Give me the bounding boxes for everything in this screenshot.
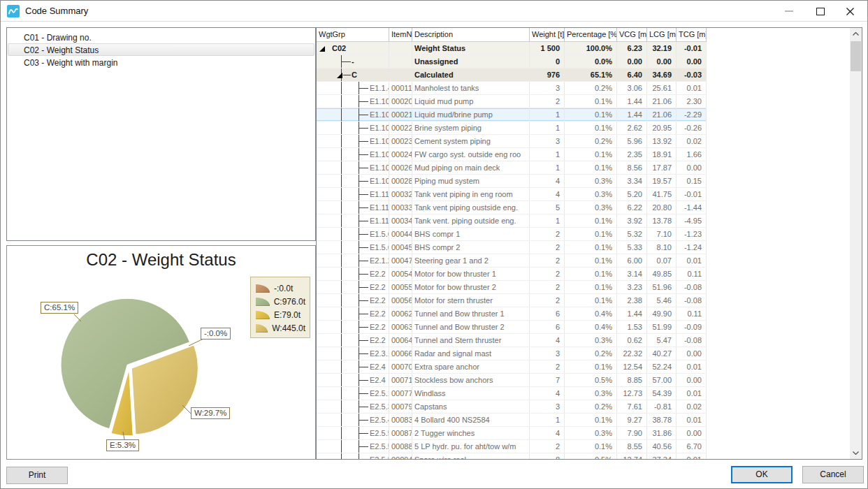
app-logo-icon [7, 5, 20, 17]
tree-line [341, 427, 342, 439]
wgtgrp-label: E2.2 [370, 321, 386, 333]
table-row[interactable]: C02Weight Status1 500100.0%6.2332.19-0.0… [317, 42, 707, 55]
table-row[interactable]: E1.10.400024FW cargo syst. outside eng r… [317, 148, 707, 161]
ok-button[interactable]: OK [731, 466, 793, 483]
lcg-cell: 19.57 [647, 175, 677, 187]
chevron-down-icon [853, 451, 859, 455]
vcg-cell: 0.00 [617, 55, 647, 68]
percentage-cell: 0.2% [565, 135, 617, 147]
wgtgrp-label: E1.11.2 [370, 188, 389, 200]
close-button[interactable] [834, 1, 866, 22]
tree-line [341, 334, 342, 346]
tcg-cell: -0.08 [677, 334, 707, 346]
wgtgrp-label: E2.3.1 [370, 347, 389, 360]
table-row[interactable]: E1.10.100021Liquid mud/brine pump10.1%1.… [317, 108, 707, 122]
scroll-up-button[interactable] [850, 28, 862, 40]
wgtgrp-tree-cell: E1.10.1 [317, 108, 389, 121]
percentage-cell: 0.1% [565, 360, 617, 373]
description-cell: FW cargo syst. outside eng roo [412, 148, 530, 161]
vcg-cell: 3.34 [617, 175, 647, 187]
table-row[interactable]: E2.200054Motor for bow thruster 120.1%3.… [317, 268, 707, 281]
table-row[interactable]: E1.5.600044BHS compr 120.1%5.327.10-1.23 [317, 228, 707, 241]
table-row[interactable]: E2.200064Tunnel and Stern thruster40.3%0… [317, 334, 707, 347]
percentage-cell: 0.1% [565, 414, 617, 426]
itemno-cell: 00087 [389, 427, 412, 439]
maximize-button[interactable] [804, 1, 836, 22]
table-row[interactable]: E1.10.400022Brine system piping10.1%2.62… [317, 122, 707, 135]
expander-icon[interactable] [337, 73, 342, 78]
table-row[interactable]: E1.10.400023Cement system piping30.2%5.9… [317, 135, 707, 148]
expander-icon[interactable] [319, 46, 325, 52]
itemno-cell: 00033 [389, 201, 412, 214]
percentage-cell: 0.1% [565, 440, 617, 453]
table-row[interactable]: -Unassigned00.0%0.000.000.00 [317, 55, 707, 68]
table-row[interactable]: E2.400071Stockless bow anchors70.5%8.855… [317, 374, 707, 387]
itemno-cell: 00022 [389, 122, 412, 134]
table-row[interactable]: E1.11.200034Tank vent. piping outside en… [317, 214, 707, 228]
weight-cell: 2 [530, 294, 565, 307]
table-row[interactable]: CCalculated97665.1%6.4034.69-0.03 [317, 68, 707, 82]
legend-label: W:445.0t [272, 323, 305, 333]
itemno-cell: 00064 [389, 334, 412, 346]
cancel-button[interactable]: Cancel [802, 466, 864, 483]
table-row[interactable]: E1.10.100020Liquid mud pump20.1%1.4421.0… [317, 95, 707, 108]
percentage-cell: 65.1% [565, 68, 617, 81]
wgtgrp-tree-cell: E2.5.4 [317, 414, 389, 426]
itemno-cell: 00045 [389, 241, 412, 254]
percentage-cell: 0.1% [565, 148, 617, 161]
table-row[interactable]: E2.200063Tunnel and Bow thruster 260.4%1… [317, 321, 707, 334]
tcg-cell: -4.95 [677, 214, 707, 227]
percentage-cell: 0.1% [565, 161, 617, 174]
list-item[interactable]: C03 - Weight with margin [8, 56, 314, 68]
table-row[interactable]: E1.10.700026Mud piping on main deck10.1%… [317, 161, 707, 175]
vcg-cell: 1.44 [617, 307, 647, 320]
description-cell: BHS compr 1 [412, 228, 530, 240]
weight-cell: 0 [530, 55, 565, 68]
lcg-cell: 41.75 [647, 188, 677, 200]
percentage-cell: 0.3% [565, 334, 617, 346]
tree-line [341, 307, 342, 320]
table-row[interactable]: E2.200055Motor for bow thruster 220.1%3.… [317, 281, 707, 294]
wgtgrp-tree-cell: E2.2 [317, 294, 389, 307]
percentage-cell: 0.0% [565, 55, 617, 68]
wgtgrp-label: E2.2 [370, 268, 386, 280]
table-row[interactable]: E2.5.5000872 Tugger winches40.3%7.9031.8… [317, 427, 707, 440]
table-row[interactable]: E2.3.100066Radar and signal mast30.2%22.… [317, 347, 707, 360]
description-cell: Windlass [412, 387, 530, 400]
scrollbar-thumb[interactable] [851, 41, 861, 71]
percentage-cell: 0.1% [565, 268, 617, 280]
scroll-down-button[interactable] [850, 447, 862, 459]
table-row[interactable]: E2.400070Extra spare anchor20.1%12.5452.… [317, 360, 707, 374]
minimize-button[interactable] [773, 1, 804, 22]
table-row[interactable]: E1.10.700028Piping mud system40.3%3.3419… [317, 175, 707, 188]
list-item[interactable]: C01 - Drawing no. [8, 31, 314, 43]
print-button[interactable]: Print [6, 467, 68, 484]
table-row[interactable]: E1.11.200033Tank vent piping oustside en… [317, 201, 707, 214]
description-cell: Motor for bow thruster 1 [412, 268, 530, 280]
table-row[interactable]: E2.5.5000885 LP hydr. pu. for aht/tow w/… [317, 440, 707, 453]
itemno-cell: 00021 [389, 108, 412, 121]
weight-cell: 4 [530, 427, 565, 439]
tcg-cell: 0.01 [677, 254, 707, 267]
table-row[interactable]: E2.5.4000834 Bollard 400 NS258410.1%9.27… [317, 414, 707, 427]
vcg-cell: 2.35 [617, 148, 647, 161]
table-row[interactable]: E2.200056Motor for stern thruster20.1%2.… [317, 294, 707, 307]
itemno-cell: 00026 [389, 161, 412, 174]
itemno-cell: 00028 [389, 175, 412, 187]
wgtgrp-label: E1.10.4 [370, 148, 389, 161]
table-row[interactable]: E2.1.200047Steering gear 1 and 220.1%6.0… [317, 254, 707, 268]
table-row[interactable]: E1.1.400011Manholest to tanks30.2%3.0625… [317, 82, 707, 95]
lcg-cell: 31.86 [647, 427, 677, 439]
table-row[interactable]: E2.200062Tunnel and Bow thruster 160.4%1… [317, 307, 707, 321]
table-row[interactable]: E2.5.500094Spare wire reel80.5%12.7437.3… [317, 453, 707, 460]
lcg-cell: 5.46 [647, 294, 677, 307]
table-row[interactable]: E2.5.100077Windlass40.3%12.7354.390.01 [317, 387, 707, 400]
table-row[interactable]: E1.5.600045BHS compr 220.1%5.338.10-1.24 [317, 241, 707, 254]
table-row[interactable]: E2.5.300079Capstans30.2%7.61-0.810.02 [317, 400, 707, 414]
list-item[interactable]: C02 - Weight Status [8, 43, 314, 56]
wgtgrp-label: E1.10.1 [370, 95, 389, 108]
vertical-scrollbar[interactable] [850, 28, 862, 459]
lcg-cell: 32.19 [647, 42, 677, 54]
wgtgrp-tree-cell: E1.11.2 [317, 188, 389, 200]
table-row[interactable]: E1.11.200032Tank vent piping in eng room… [317, 188, 707, 201]
